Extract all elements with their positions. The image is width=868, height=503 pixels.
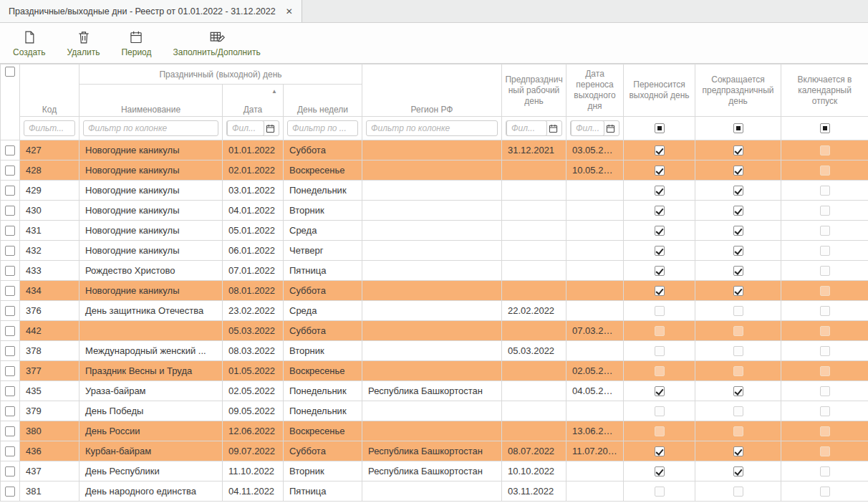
table-row[interactable]: 430 Новогодние каникулы 04.01.2022 Вторн…	[1, 201, 868, 221]
cell-region[interactable]	[362, 221, 502, 241]
calendar-icon[interactable]	[604, 124, 615, 133]
cell-transfer-date[interactable]	[566, 301, 624, 321]
transferred-checkbox[interactable]	[655, 326, 665, 336]
cell-name[interactable]: День Победы	[79, 401, 223, 421]
vacation-checkbox[interactable]	[820, 266, 830, 276]
cell-code[interactable]: 379	[20, 401, 79, 421]
row-select-checkbox[interactable]	[5, 326, 15, 336]
shortened-checkbox[interactable]	[733, 246, 743, 256]
cell-date[interactable]: 06.01.2022	[223, 241, 284, 261]
vacation-checkbox[interactable]	[820, 426, 830, 436]
cell-transfer-date[interactable]	[566, 241, 624, 261]
cell-transfer-date[interactable]	[566, 261, 624, 281]
table-row[interactable]: 380 День России 12.06.2022 Воскресенье 1…	[1, 421, 868, 441]
cell-transfer-date[interactable]: 02.05.2022	[566, 361, 624, 381]
cell-date[interactable]: 11.10.2022	[223, 461, 284, 482]
cell-preholiday[interactable]: 08.07.2022	[502, 441, 566, 461]
col-header-weekday[interactable]: День недели	[284, 85, 362, 117]
cell-transfer-date[interactable]	[566, 181, 624, 201]
cell-transfer-date[interactable]: 11.07.2022	[566, 441, 624, 461]
calendar-icon[interactable]	[264, 124, 275, 133]
row-select-checkbox[interactable]	[5, 466, 15, 476]
cell-name[interactable]: Новогодние каникулы	[79, 181, 223, 201]
cell-transfer-date[interactable]: 07.03.2022	[566, 321, 624, 341]
filter-vacation-checkbox[interactable]	[820, 123, 830, 133]
cell-weekday[interactable]: Понедельник	[284, 181, 362, 201]
cell-region[interactable]	[362, 421, 502, 441]
filter-transferred-checkbox[interactable]	[655, 123, 665, 133]
row-select-checkbox[interactable]	[5, 386, 15, 396]
cell-name[interactable]: День защитника Отечества	[79, 301, 223, 321]
shortened-checkbox[interactable]	[733, 426, 743, 436]
table-row[interactable]: 379 День Победы 09.05.2022 Понедельник	[1, 401, 868, 421]
transferred-checkbox[interactable]	[655, 226, 665, 236]
cell-region[interactable]	[362, 201, 502, 221]
vacation-checkbox[interactable]	[820, 286, 830, 296]
shortened-checkbox[interactable]	[733, 446, 743, 456]
cell-code[interactable]: 378	[20, 341, 79, 361]
cell-date[interactable]: 08.01.2022	[223, 281, 284, 301]
transferred-checkbox[interactable]	[655, 426, 665, 436]
cell-date[interactable]: 12.06.2022	[223, 421, 284, 441]
col-header-name[interactable]: Наименование	[79, 85, 223, 117]
vacation-checkbox[interactable]	[820, 366, 830, 376]
cell-transfer-date[interactable]	[566, 201, 624, 221]
cell-weekday[interactable]: Понедельник	[284, 401, 362, 421]
cell-preholiday[interactable]	[502, 421, 566, 441]
table-row[interactable]: 437 День Республики 11.10.2022 Вторник Р…	[1, 461, 868, 482]
cell-code[interactable]: 377	[20, 361, 79, 381]
cell-preholiday[interactable]: 31.12.2021	[502, 140, 566, 161]
cell-weekday[interactable]: Суббота	[284, 281, 362, 301]
cell-date[interactable]: 07.01.2022	[223, 261, 284, 281]
cell-transfer-date[interactable]: 10.05.2022	[566, 161, 624, 181]
cell-code[interactable]: 427	[20, 140, 79, 161]
table-row[interactable]: 433 Рождество Христово 07.01.2022 Пятниц…	[1, 261, 868, 281]
cell-preholiday[interactable]	[502, 281, 566, 301]
cell-weekday[interactable]: Вторник	[284, 201, 362, 221]
filter-shortened-checkbox[interactable]	[733, 123, 743, 133]
row-select-checkbox[interactable]	[5, 286, 15, 296]
cell-date[interactable]: 02.05.2022	[223, 381, 284, 401]
row-select-checkbox[interactable]	[5, 346, 15, 356]
row-select-checkbox[interactable]	[5, 487, 15, 497]
table-row[interactable]: 432 Новогодние каникулы 06.01.2022 Четве…	[1, 241, 868, 261]
cell-region[interactable]	[362, 341, 502, 361]
transferred-checkbox[interactable]	[655, 466, 665, 476]
cell-transfer-date[interactable]	[566, 281, 624, 301]
cell-name[interactable]: День России	[79, 421, 223, 441]
table-row[interactable]: 436 Курбан-байрам 09.07.2022 Суббота Рес…	[1, 441, 868, 461]
cell-weekday[interactable]: Четверг	[284, 241, 362, 261]
cell-code[interactable]: 435	[20, 381, 79, 401]
filter-code-input[interactable]	[24, 120, 75, 136]
cell-code[interactable]: 430	[20, 201, 79, 221]
shortened-checkbox[interactable]	[733, 166, 743, 176]
cell-date[interactable]: 09.07.2022	[223, 441, 284, 461]
shortened-checkbox[interactable]	[733, 226, 743, 236]
vacation-checkbox[interactable]	[820, 386, 830, 396]
vacation-checkbox[interactable]	[820, 466, 830, 476]
col-header-preholiday[interactable]: Предпраздничный рабочий день	[502, 64, 566, 117]
cell-name[interactable]: Ураза-байрам	[79, 381, 223, 401]
table-row[interactable]: 434 Новогодние каникулы 08.01.2022 Суббо…	[1, 281, 868, 301]
vacation-checkbox[interactable]	[820, 206, 830, 216]
cell-preholiday[interactable]	[502, 241, 566, 261]
create-button[interactable]: Создать	[4, 27, 54, 60]
cell-transfer-date[interactable]: 03.05.2022	[566, 140, 624, 161]
row-select-checkbox[interactable]	[5, 226, 15, 236]
cell-region[interactable]	[362, 281, 502, 301]
table-row[interactable]: 376 День защитника Отечества 23.02.2022 …	[1, 301, 868, 321]
cell-region[interactable]: Республика Башкортостан	[362, 381, 502, 401]
cell-date[interactable]: 03.01.2022	[223, 181, 284, 201]
calendar-icon[interactable]	[547, 124, 558, 133]
transferred-checkbox[interactable]	[655, 186, 665, 196]
cell-transfer-date[interactable]	[566, 341, 624, 361]
cell-weekday[interactable]: Суббота	[284, 321, 362, 341]
shortened-checkbox[interactable]	[733, 145, 743, 155]
cell-weekday[interactable]: Понедельник	[284, 381, 362, 401]
cell-date[interactable]: 04.01.2022	[223, 201, 284, 221]
cell-region[interactable]	[362, 140, 502, 161]
shortened-checkbox[interactable]	[733, 466, 743, 476]
transferred-checkbox[interactable]	[655, 487, 665, 497]
col-header-code[interactable]: Код	[20, 64, 79, 117]
cell-weekday[interactable]: Суббота	[284, 140, 362, 161]
